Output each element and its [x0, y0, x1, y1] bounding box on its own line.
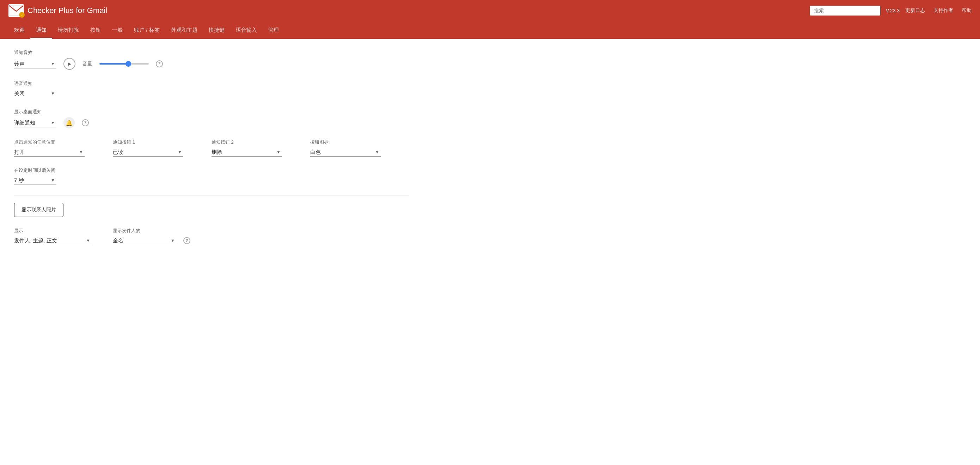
notify-btn2-col: 通知按钮 2 删除 已读 存档 ▼ — [212, 139, 303, 157]
display-select[interactable]: 发件人, 主题, 正文 发件人, 主题 仅主题 — [14, 236, 92, 245]
voice-notify-section: 语音通知 关闭 开启 ▼ — [14, 80, 409, 98]
click-action-label: 点击通知的任意位置 — [14, 139, 106, 145]
tab-manage[interactable]: 管理 — [262, 22, 285, 39]
tab-dnd[interactable]: 请勿打扰 — [52, 22, 84, 39]
bell-icon[interactable]: 🔔 — [64, 117, 75, 128]
play-button[interactable]: ▶ — [64, 58, 75, 70]
tab-shortcuts[interactable]: 快捷键 — [203, 22, 230, 39]
voice-notify-label: 语音通知 — [14, 80, 409, 87]
click-action-select[interactable]: 打开 已读 忽略 — [14, 147, 84, 157]
main-content: 通知音效 铃声 提示音 叮咚 无 ▼ ▶ 音量 ? 语音通知 关闭 开启 — [0, 39, 423, 266]
sound-select-wrapper: 铃声 提示音 叮咚 无 ▼ — [14, 59, 56, 69]
sound-effect-section: 通知音效 铃声 提示音 叮咚 无 ▼ ▶ 音量 ? — [14, 50, 409, 70]
desktop-notify-wrapper: 详细通知 简单通知 关闭 ▼ — [14, 118, 56, 127]
notify-btn1-label: 通知按钮 1 — [113, 139, 204, 145]
notification-badge: ♪ — [19, 12, 25, 18]
volume-label: 音量 — [83, 61, 92, 67]
tab-appearance[interactable]: 外观和主题 — [165, 22, 203, 39]
desktop-notify-section: 显示桌面通知 详细通知 简单通知 关闭 ▼ 🔔 ? — [14, 109, 409, 128]
desktop-notify-help-icon[interactable]: ? — [82, 119, 89, 126]
display-sender-help-icon[interactable]: ? — [183, 237, 190, 244]
contact-photo-section: 显示联系人照片 — [14, 203, 409, 217]
display-col: 显示 发件人, 主题, 正文 发件人, 主题 仅主题 ▼ — [14, 228, 106, 245]
display-wrapper: 发件人, 主题, 正文 发件人, 主题 仅主题 ▼ — [14, 236, 92, 245]
notify-btn2-select[interactable]: 删除 已读 存档 — [212, 147, 282, 157]
tab-buttons[interactable]: 按钮 — [84, 22, 107, 39]
notify-btn1-select[interactable]: 已读 删除 存档 — [113, 147, 183, 157]
changelog-link[interactable]: 更新日志 — [905, 7, 925, 14]
btn-icon-label: 按钮图标 — [310, 139, 402, 145]
notify-btn1-col: 通知按钮 1 已读 删除 存档 ▼ — [113, 139, 204, 157]
app-title: Checker Plus for Gmail — [27, 6, 107, 15]
tab-notify[interactable]: 通知 — [30, 22, 52, 39]
header: ♪ Checker Plus for Gmail V.23.3 更新日志 支持作… — [0, 0, 980, 39]
auto-close-select[interactable]: 7 秒 10 秒 15 秒 永不 — [14, 176, 56, 185]
notify-options-grid: 点击通知的任意位置 打开 已读 忽略 ▼ 通知按钮 1 已读 删除 存档 ▼ — [14, 139, 409, 157]
support-link[interactable]: 支持作者 — [934, 7, 953, 14]
version-text: V.23.3 — [886, 8, 900, 13]
display-sender-select[interactable]: 全名 名字 邮箱 — [113, 236, 176, 245]
voice-notify-wrapper: 关闭 开启 ▼ — [14, 89, 56, 98]
sound-effect-label: 通知音效 — [14, 50, 409, 56]
display-sender-col: 显示发件人的 全名 名字 邮箱 ▼ ? — [113, 228, 204, 245]
tab-general[interactable]: 一般 — [107, 22, 128, 39]
contact-photo-button[interactable]: 显示联系人照片 — [14, 203, 64, 217]
display-label: 显示 — [14, 228, 106, 234]
auto-close-section: 在设定时间以后关闭 7 秒 10 秒 15 秒 永不 ▼ — [14, 167, 409, 185]
logo-area: ♪ Checker Plus for Gmail — [8, 4, 804, 17]
display-grid: 显示 发件人, 主题, 正文 发件人, 主题 仅主题 ▼ 显示发件人的 全名 名… — [14, 228, 409, 245]
desktop-notify-label: 显示桌面通知 — [14, 109, 409, 115]
desktop-notify-select[interactable]: 详细通知 简单通知 关闭 — [14, 118, 56, 127]
notify-btn2-wrapper: 删除 已读 存档 ▼ — [212, 147, 282, 157]
display-sender-label: 显示发件人的 — [113, 228, 204, 234]
display-sender-wrapper: 全名 名字 邮箱 ▼ — [113, 236, 176, 245]
nav-tabs: 欢迎 通知 请勿打扰 按钮 一般 账户 / 标签 外观和主题 快捷键 语音输入 … — [8, 21, 972, 39]
tab-voice[interactable]: 语音输入 — [230, 22, 262, 39]
notify-btn2-label: 通知按钮 2 — [212, 139, 303, 145]
search-area — [810, 6, 880, 16]
sound-select[interactable]: 铃声 提示音 叮咚 无 — [14, 59, 56, 69]
divider — [14, 195, 409, 196]
search-input[interactable] — [810, 6, 880, 16]
voice-notify-select[interactable]: 关闭 开启 — [14, 89, 56, 98]
header-links: 更新日志 支持作者 帮助 — [905, 7, 972, 14]
notify-btn1-wrapper: 已读 删除 存档 ▼ — [113, 147, 183, 157]
tab-accounts[interactable]: 账户 / 标签 — [128, 22, 165, 39]
btn-icon-select[interactable]: 白色 彩色 黑色 — [310, 147, 381, 157]
volume-slider[interactable] — [99, 63, 149, 65]
help-link[interactable]: 帮助 — [962, 7, 972, 14]
tab-welcome[interactable]: 欢迎 — [8, 22, 30, 39]
auto-close-label: 在设定时间以后关闭 — [14, 167, 409, 174]
auto-close-wrapper: 7 秒 10 秒 15 秒 永不 ▼ — [14, 176, 56, 185]
click-action-wrapper: 打开 已读 忽略 ▼ — [14, 147, 84, 157]
click-action-col: 点击通知的任意位置 打开 已读 忽略 ▼ — [14, 139, 106, 157]
logo-icon: ♪ — [8, 4, 24, 17]
volume-help-icon[interactable]: ? — [156, 60, 163, 67]
btn-icon-col: 按钮图标 白色 彩色 黑色 ▼ — [310, 139, 402, 157]
btn-icon-wrapper: 白色 彩色 黑色 ▼ — [310, 147, 381, 157]
